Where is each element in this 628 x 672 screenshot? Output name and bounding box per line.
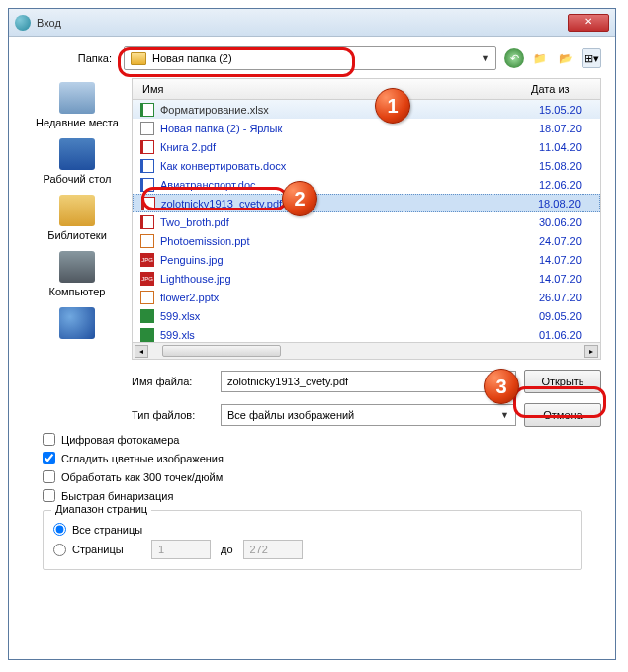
file-name: 599.xls — [160, 329, 539, 341]
file-row[interactable]: 599.xlsx09.05.20 — [133, 306, 600, 325]
xls-file-icon — [140, 328, 154, 342]
app-icon — [15, 15, 31, 31]
file-name: Lighthouse.jpg — [160, 273, 539, 285]
scroll-left-icon[interactable]: ◂ — [135, 345, 148, 358]
titlebar: Вход ✕ — [9, 9, 615, 37]
folder-current: Новая папка (2) — [152, 52, 232, 64]
file-list-header[interactable]: Имя Дата из — [132, 78, 601, 100]
horizontal-scrollbar[interactable]: ◂ ▸ — [132, 343, 601, 360]
folder-icon — [131, 52, 146, 65]
file-date: 12.06.20 — [539, 179, 592, 191]
dpi-label: Обработать как 300 точек/дюйм — [61, 471, 223, 483]
open-button[interactable]: Открыть — [524, 370, 601, 393]
places-bar: Недавние места Рабочий стол Библиотеки К… — [23, 78, 132, 427]
place-desktop[interactable]: Рабочий стол — [23, 138, 132, 185]
page-to-input[interactable] — [243, 540, 303, 559]
file-name: flower2.pptx — [160, 292, 539, 303]
file-name: Как конвертировать.docx — [160, 160, 539, 172]
file-name: 599.xlsx — [160, 310, 539, 322]
file-row[interactable]: Photoemission.ppt24.07.20 — [133, 231, 600, 250]
file-date: 18.08.20 — [538, 198, 591, 210]
column-date[interactable]: Дата из — [531, 83, 590, 95]
place-computer[interactable]: Компьютер — [23, 251, 132, 297]
all-pages-radio[interactable] — [53, 523, 66, 536]
doc-file-icon — [140, 178, 154, 192]
page-range-group: Диапазон страниц Все страницы Страницы д… — [43, 510, 582, 570]
file-row[interactable]: Форматирование.xlsx15.05.20 — [133, 100, 600, 119]
file-date: 24.07.20 — [539, 235, 592, 247]
docx-file-icon — [140, 159, 154, 173]
file-row[interactable]: Авиатранспорт.doc12.06.20 — [133, 175, 600, 194]
network-icon — [59, 307, 95, 339]
file-name: Photoemission.ppt — [160, 235, 539, 247]
pptx-file-icon — [140, 291, 154, 304]
file-date: 11.04.20 — [539, 141, 592, 153]
xlsx-file-icon — [140, 103, 154, 117]
chevron-down-icon: ▼ — [500, 410, 509, 420]
all-pages-label: Все страницы — [72, 524, 142, 536]
smooth-checkbox[interactable] — [43, 452, 55, 464]
folder-combo[interactable]: Новая папка (2) ▼ — [124, 46, 496, 70]
file-name: Авиатранспорт.doc — [160, 179, 539, 191]
file-name: zolotnicky1913_cvety.pdf — [161, 198, 538, 210]
file-date: 26.07.20 — [539, 292, 592, 303]
file-row[interactable]: Книга 2.pdf11.04.20 — [133, 137, 600, 156]
lnk-file-icon — [140, 122, 154, 135]
place-network[interactable] — [23, 307, 132, 339]
file-date: 15.05.20 — [539, 104, 592, 116]
computer-icon — [59, 251, 95, 283]
column-name[interactable]: Имя — [142, 83, 531, 95]
new-folder-icon[interactable]: 📂 — [556, 48, 576, 68]
file-date: 14.07.20 — [539, 273, 592, 285]
pdf-file-icon — [140, 140, 154, 154]
up-icon[interactable]: 📁 — [530, 48, 550, 68]
views-icon[interactable]: ⊞▾ — [582, 48, 601, 68]
file-date: 15.08.20 — [539, 160, 592, 172]
place-recent[interactable]: Недавние места — [23, 82, 132, 128]
recent-places-icon — [59, 82, 95, 114]
pages-radio[interactable] — [53, 544, 66, 556]
file-name: Книга 2.pdf — [160, 141, 539, 153]
dpi-checkbox[interactable] — [43, 470, 55, 483]
file-name: Новая папка (2) - Ярлык — [160, 123, 539, 134]
cancel-button[interactable]: Отмена — [524, 403, 601, 427]
file-date: 14.07.20 — [539, 254, 592, 266]
xls-file-icon — [140, 309, 154, 323]
file-row[interactable]: Как конвертировать.docx15.08.20 — [133, 156, 600, 175]
close-button[interactable]: ✕ — [568, 14, 609, 32]
file-date: 09.05.20 — [539, 310, 592, 322]
camera-checkbox[interactable] — [43, 433, 55, 446]
pages-label: Страницы — [72, 544, 141, 555]
file-row[interactable]: Новая папка (2) - Ярлык18.07.20 — [133, 119, 600, 137]
file-date: 30.06.20 — [539, 216, 592, 228]
file-row[interactable]: JPGPenguins.jpg14.07.20 — [133, 250, 600, 269]
file-row[interactable]: flower2.pptx26.07.20 — [133, 288, 600, 306]
file-row[interactable]: JPGLighthouse.jpg14.07.20 — [133, 269, 600, 288]
fastbin-label: Быстрая бинаризация — [61, 490, 173, 502]
place-libraries[interactable]: Библиотеки — [23, 195, 132, 241]
page-from-input[interactable] — [151, 540, 211, 559]
scroll-thumb[interactable] — [162, 345, 281, 357]
file-name: Two_broth.pdf — [160, 216, 539, 228]
file-list[interactable]: Форматирование.xlsx15.05.20Новая папка (… — [132, 100, 601, 343]
back-icon[interactable]: ↶ — [504, 48, 524, 68]
window-title: Вход — [37, 17, 568, 29]
file-row[interactable]: zolotnicky1913_cvety.pdf18.08.20 — [133, 194, 600, 212]
desktop-icon — [59, 138, 95, 170]
ppt-file-icon — [140, 234, 154, 248]
filetype-combo[interactable]: Все файлы изображений ▼ — [221, 404, 516, 426]
jpg-file-icon: JPG — [140, 253, 154, 267]
fastbin-checkbox[interactable] — [43, 489, 55, 502]
folder-label: Папка: — [23, 52, 112, 64]
file-date: 01.06.20 — [539, 329, 592, 341]
file-name: Форматирование.xlsx — [160, 104, 539, 116]
file-date: 18.07.20 — [539, 123, 592, 134]
range-legend: Диапазон страниц — [51, 503, 151, 515]
file-row[interactable]: Two_broth.pdf30.06.20 — [133, 212, 600, 231]
scroll-right-icon[interactable]: ▸ — [584, 345, 598, 358]
chevron-down-icon: ▼ — [481, 53, 490, 63]
pdf-file-icon — [141, 197, 155, 210]
filename-input[interactable] — [221, 371, 516, 392]
to-label: до — [221, 544, 233, 555]
file-row[interactable]: 599.xls01.06.20 — [133, 325, 600, 343]
